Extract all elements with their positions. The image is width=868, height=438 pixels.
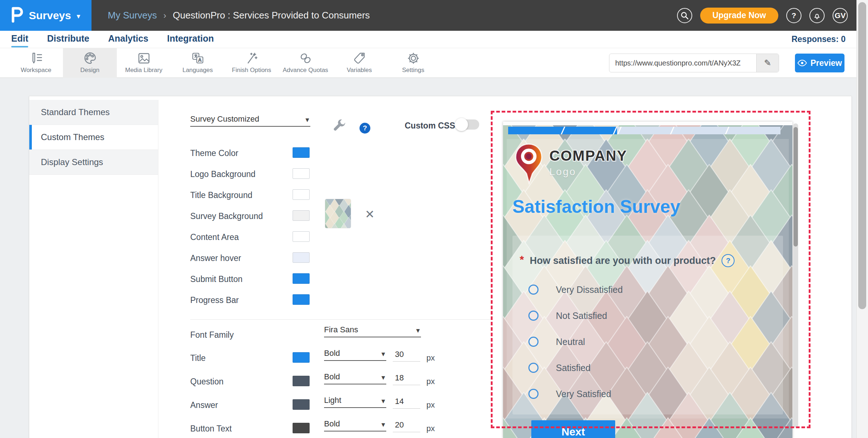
button-text-weight-select[interactable]: Bold▼ (324, 419, 386, 431)
theme-help-button[interactable]: ? (359, 123, 370, 134)
survey-background-thumbnail[interactable] (325, 199, 351, 228)
submit-button-swatch[interactable] (293, 273, 310, 284)
answer-option[interactable]: Satisfied (528, 355, 623, 381)
tool-settings[interactable]: Settings (386, 48, 440, 78)
preview-button[interactable]: Preview (795, 54, 844, 72)
tab-edit[interactable]: Edit (11, 33, 28, 45)
theme-tools-button[interactable] (332, 119, 348, 135)
button-text-size-input[interactable]: 20 (393, 420, 420, 432)
survey-url-field[interactable]: https://www.questionpro.com/t/ANyX3Z ✎ (609, 54, 779, 72)
font-family-select[interactable]: Fira Sans ▼ (324, 325, 421, 337)
radio-button-icon[interactable] (528, 363, 539, 373)
radio-button-icon[interactable] (528, 285, 539, 295)
tool-workspace[interactable]: Workspace (9, 48, 63, 78)
unit-label: px (426, 424, 435, 433)
theme-select[interactable]: Survey Customized ▼ (190, 114, 310, 127)
tab-integration[interactable]: Integration (167, 33, 214, 45)
remove-background-button[interactable]: ✕ (365, 209, 375, 220)
tab-analytics[interactable]: Analytics (108, 33, 148, 45)
tab-distribute[interactable]: Distribute (47, 33, 89, 45)
sidebar-item-display-settings[interactable]: Display Settings (29, 150, 158, 175)
survey-preview: COMPANY Logo Satisfaction Survey * How s… (503, 122, 792, 438)
sidebar-item-label: Display Settings (41, 157, 103, 167)
help-button[interactable]: ? (786, 8, 801, 23)
tool-media-library[interactable]: Media Library (117, 48, 171, 78)
question-help-icon[interactable]: ? (722, 254, 735, 267)
font-row-label: Answer (190, 400, 218, 410)
edit-url-button[interactable]: ✎ (756, 54, 779, 72)
answer-weight-select[interactable]: Light▼ (324, 396, 386, 408)
product-menu[interactable]: Surveys ▼ (0, 0, 92, 31)
color-row-label: Progress Bar (190, 295, 239, 305)
survey-background-swatch[interactable] (293, 210, 310, 221)
bell-icon (813, 11, 821, 20)
responses-count: Responses: 0 (791, 34, 846, 44)
answer-option[interactable]: Not Satisfied (528, 303, 623, 329)
progress-bar-swatch[interactable] (293, 294, 310, 305)
design-palette-icon (83, 52, 97, 65)
answer-size-input[interactable]: 14 (393, 397, 420, 409)
next-button[interactable]: Next (531, 420, 615, 438)
custom-css-toggle[interactable] (456, 119, 479, 130)
theme-color-swatch[interactable] (293, 147, 310, 158)
tool-variables[interactable]: Variables (332, 48, 386, 78)
radio-button-icon[interactable] (528, 311, 539, 321)
chevron-down-icon: ▼ (380, 398, 386, 405)
answer-option[interactable]: Very Dissatisfied (528, 277, 623, 303)
eye-icon (797, 60, 807, 66)
avatar[interactable]: GV (833, 8, 848, 23)
unit-label: px (426, 377, 435, 386)
color-row-label: Theme Color (190, 148, 238, 158)
answer-hover-swatch[interactable] (293, 252, 310, 263)
tool-finish-options[interactable]: Finish Options (225, 48, 278, 78)
answer-option-label: Satisfied (556, 363, 591, 373)
radio-button-icon[interactable] (528, 389, 539, 399)
font-family-label: Font Family (190, 330, 234, 340)
title-size-input[interactable]: 30 (393, 350, 420, 362)
answer-option[interactable]: Very Satisfied (528, 381, 623, 407)
title-color-swatch[interactable] (293, 352, 310, 363)
survey-url-value[interactable]: https://www.questionpro.com/t/ANyX3Z (609, 59, 756, 67)
search-button[interactable] (677, 8, 692, 23)
answer-color-swatch[interactable] (293, 399, 310, 410)
preview-scrollbar-thumb[interactable] (793, 127, 798, 247)
preview-scrollbar[interactable] (793, 123, 798, 428)
page-scrollbar[interactable] (856, 0, 868, 438)
breadcrumb-parent-link[interactable]: My Surveys (108, 10, 157, 21)
question-mark-icon: ? (726, 257, 730, 265)
tool-design[interactable]: Design (63, 48, 117, 78)
question-size-input[interactable]: 18 (393, 373, 420, 385)
tool-languages[interactable]: A Languages (171, 48, 225, 78)
tool-label: Workspace (21, 67, 51, 74)
logo-background-swatch[interactable] (293, 168, 310, 179)
progress-segment-divider (724, 127, 730, 134)
color-row-label: Submit Button (190, 274, 242, 284)
sidebar-item-custom-themes[interactable]: Custom Themes (29, 125, 158, 150)
progress-segment-divider (669, 127, 675, 134)
button-text-color-swatch[interactable] (293, 423, 310, 433)
company-logo: COMPANY Logo (513, 143, 627, 186)
sidebar-item-standard-themes[interactable]: Standard Themes (29, 100, 158, 125)
upgrade-now-button[interactable]: Upgrade Now (700, 8, 778, 24)
tool-label: Design (80, 67, 99, 74)
question-weight-select[interactable]: Bold▼ (324, 372, 386, 384)
breadcrumb: My Surveys › QuestionPro : Services Prov… (108, 10, 370, 21)
tool-advance-quotas[interactable]: Advance Quotas (278, 48, 332, 78)
company-logo-text: COMPANY (549, 148, 627, 164)
preview-top-strip (503, 122, 792, 125)
product-menu-label: Surveys (29, 9, 71, 22)
question-color-swatch[interactable] (293, 376, 310, 386)
radio-button-icon[interactable] (528, 337, 539, 347)
wrench-icon (334, 119, 346, 131)
weight-value: Bold (324, 372, 340, 382)
notifications-button[interactable] (809, 8, 825, 23)
chain-link-icon (299, 52, 312, 65)
title-weight-select[interactable]: Bold▼ (324, 349, 386, 361)
magic-wand-icon (245, 52, 259, 65)
title-background-swatch[interactable] (293, 189, 310, 200)
active-indicator (29, 125, 32, 149)
content-area-swatch[interactable] (293, 231, 310, 242)
answer-option[interactable]: Neutral (528, 329, 623, 355)
page-scrollbar-thumb[interactable] (858, 2, 866, 309)
answer-option-label: Very Satisfied (556, 389, 611, 399)
